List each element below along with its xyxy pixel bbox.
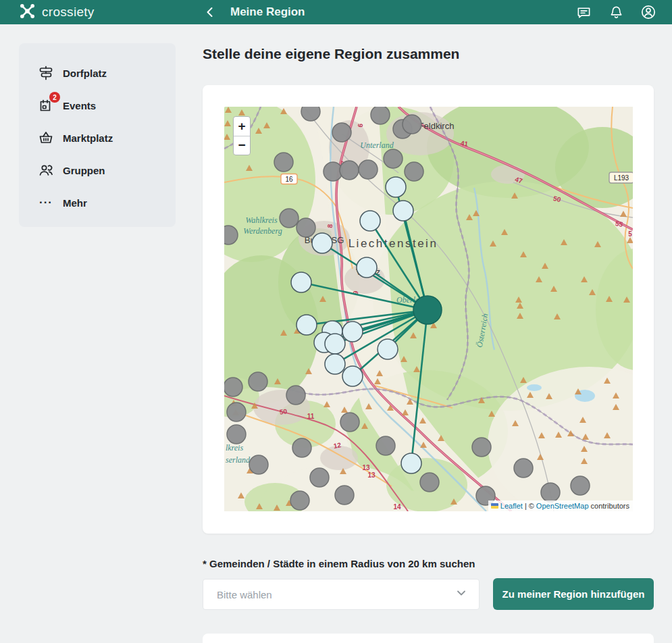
municipality-marker-gray[interactable] bbox=[420, 473, 439, 492]
road-number-label: 50 bbox=[279, 407, 288, 416]
zoom-out-button[interactable]: − bbox=[234, 136, 250, 155]
people-icon bbox=[37, 161, 55, 179]
municipality-marker-gray[interactable] bbox=[274, 153, 293, 172]
app-header: crossiety Meine Region bbox=[0, 0, 672, 24]
osm-link[interactable]: OpenStreetMap bbox=[536, 502, 589, 510]
municipality-marker-gray[interactable] bbox=[514, 459, 533, 478]
municipality-marker-selectable[interactable] bbox=[401, 453, 421, 473]
back-chevron-icon[interactable] bbox=[201, 3, 219, 21]
municipality-marker-selectable[interactable] bbox=[342, 322, 363, 342]
map-label-werdenberg: Werdenberg bbox=[243, 226, 282, 236]
municipality-marker-gray[interactable] bbox=[405, 162, 423, 181]
road-number-label: 5 bbox=[628, 230, 632, 238]
attribution-copyright: © bbox=[529, 502, 534, 510]
municipality-marker-gray[interactable] bbox=[280, 209, 299, 228]
map-label-liechtenstein: Liechtenstein bbox=[348, 237, 438, 250]
municipality-marker-selectable[interactable] bbox=[291, 272, 311, 292]
municipality-marker-gray[interactable] bbox=[227, 403, 246, 421]
municipality-marker-selectable[interactable] bbox=[386, 177, 406, 197]
municipality-marker-gray[interactable] bbox=[541, 483, 560, 502]
municipality-marker-gray[interactable] bbox=[332, 123, 351, 142]
brand-logo[interactable]: crossiety bbox=[19, 3, 181, 22]
municipality-marker-selectable[interactable] bbox=[342, 366, 363, 386]
sidebar-item-label: Events bbox=[63, 100, 96, 111]
map-urban-area bbox=[320, 446, 358, 470]
ellipsis-icon: ··· bbox=[37, 194, 55, 211]
municipality-marker-gray[interactable] bbox=[340, 161, 359, 180]
crossiety-logo-icon bbox=[19, 3, 36, 22]
road-number-label: 14 bbox=[393, 503, 401, 511]
municipality-marker-gray[interactable] bbox=[376, 436, 395, 455]
sidebar-item-gruppen[interactable]: Gruppen bbox=[19, 154, 176, 186]
municipality-marker-gray[interactable] bbox=[335, 486, 354, 505]
page-title: Stelle deine eigene Region zusammen bbox=[203, 46, 459, 62]
attribution-suffix: contributors bbox=[591, 502, 629, 510]
attribution-separator: | bbox=[525, 502, 527, 510]
municipality-marker-selectable[interactable] bbox=[378, 339, 398, 359]
municipality-marker-gray[interactable] bbox=[340, 413, 359, 432]
sidebar-item-events[interactable]: 2 Events bbox=[19, 89, 176, 122]
bell-icon[interactable] bbox=[607, 3, 625, 21]
leaflet-map[interactable]: FeldkirchUnterlandLiechtensteinBuchs SGV… bbox=[224, 107, 633, 511]
municipality-marker-selectable[interactable] bbox=[312, 233, 332, 253]
municipality-marker-selectable[interactable] bbox=[360, 211, 380, 231]
sidebar-item-mehr[interactable]: ··· Mehr bbox=[19, 186, 176, 219]
leaflet-link[interactable]: Leaflet bbox=[500, 502, 523, 510]
municipality-marker-gray[interactable] bbox=[359, 160, 378, 179]
sidebar-item-label: Marktplatz bbox=[63, 132, 113, 144]
sidebar-item-marktplatz[interactable]: Marktplatz bbox=[19, 122, 176, 154]
road-number-label: 41 bbox=[460, 139, 469, 148]
municipality-marker-gray[interactable] bbox=[249, 455, 268, 474]
brand-name: crossiety bbox=[42, 5, 95, 20]
municipality-marker-gray[interactable] bbox=[290, 491, 309, 510]
road-shield-label: 16 bbox=[285, 176, 293, 183]
municipality-marker-gray[interactable] bbox=[249, 372, 267, 391]
chat-icon[interactable] bbox=[575, 3, 592, 21]
sidebar-item-label: Gruppen bbox=[63, 165, 105, 176]
municipality-marker-gray[interactable] bbox=[384, 149, 403, 168]
municipality-marker-gray[interactable] bbox=[472, 438, 491, 457]
road-number-label: 13 bbox=[362, 464, 370, 471]
municipality-marker-gray[interactable] bbox=[224, 378, 242, 396]
map-card: FeldkirchUnterlandLiechtensteinBuchs SGV… bbox=[203, 85, 654, 534]
sidebar-item-label: Dorfplatz bbox=[63, 68, 107, 79]
chevron-down-icon bbox=[456, 588, 467, 601]
profile-icon[interactable] bbox=[640, 3, 657, 21]
municipality-marker-selectable[interactable] bbox=[357, 257, 377, 278]
municipality-marker-selectable[interactable] bbox=[325, 354, 345, 374]
municipality-marker-gray[interactable] bbox=[227, 425, 246, 444]
calendar-icon: 2 bbox=[37, 97, 55, 114]
zoom-in-button[interactable]: + bbox=[234, 117, 250, 136]
radius-search-label: * Gemeinden / Städte in einem Radius von… bbox=[203, 558, 475, 569]
signpost-icon bbox=[37, 64, 55, 82]
map-zoom-control: + − bbox=[233, 116, 251, 155]
next-section-card bbox=[203, 634, 654, 643]
municipality-marker-gray[interactable] bbox=[571, 476, 590, 495]
sidebar-item-dorfplatz[interactable]: Dorfplatz bbox=[19, 57, 176, 89]
road-number-label: 11 bbox=[307, 413, 315, 420]
municipality-marker-gray[interactable] bbox=[403, 115, 421, 134]
map-label-feldkirch: Feldkirch bbox=[419, 121, 455, 131]
municipality-marker-gray[interactable] bbox=[301, 107, 320, 121]
municipality-marker-gray[interactable] bbox=[292, 438, 311, 457]
municipality-marker-selectable[interactable] bbox=[325, 334, 345, 354]
road-shield-label: L193 bbox=[614, 174, 629, 182]
municipality-marker-gray[interactable] bbox=[310, 468, 329, 487]
map-label-serland: serland bbox=[226, 455, 251, 465]
page-header-title: Meine Region bbox=[230, 5, 305, 19]
municipality-marker-gray[interactable] bbox=[224, 226, 238, 245]
road-number-label: 13 bbox=[367, 471, 376, 479]
map-canvas[interactable]: FeldkirchUnterlandLiechtensteinBuchs SGV… bbox=[224, 107, 633, 511]
municipality-marker-gray[interactable] bbox=[296, 218, 315, 237]
municipality-marker-gray[interactable] bbox=[286, 386, 305, 405]
events-badge: 2 bbox=[49, 92, 60, 103]
municipality-select[interactable]: Bitte wählen bbox=[203, 579, 480, 610]
add-to-region-button[interactable]: Zu meiner Region hinzufügen bbox=[493, 578, 654, 610]
municipality-marker-gray[interactable] bbox=[371, 107, 390, 124]
home-municipality-marker bbox=[413, 296, 442, 324]
map-label-unterland: Unterland bbox=[360, 140, 394, 150]
municipality-marker-selectable[interactable] bbox=[393, 201, 413, 221]
map-label-wahlkreis: Wahlkreis bbox=[245, 215, 277, 225]
municipality-marker-selectable[interactable] bbox=[296, 315, 317, 335]
basket-icon bbox=[37, 129, 55, 147]
